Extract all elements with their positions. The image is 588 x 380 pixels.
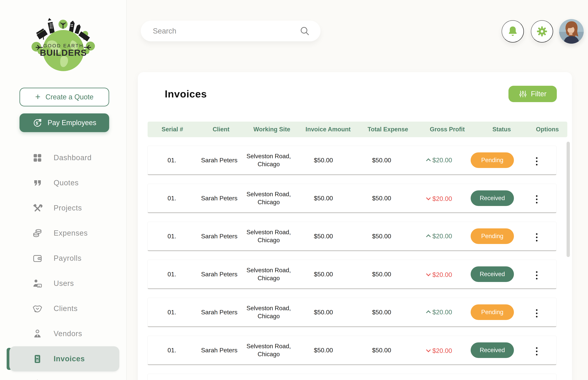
- cell-options: [517, 153, 557, 167]
- cell-serial: 01.: [148, 195, 196, 202]
- sidebar-item-label: Projects: [54, 204, 82, 212]
- cell-status: Pending: [468, 304, 517, 320]
- sidebar-item-projects[interactable]: Projects: [7, 195, 119, 221]
- site-line1: Selveston Road,: [246, 229, 291, 236]
- cell-serial: 01.: [148, 309, 196, 316]
- gross-profit-value: $20.00: [432, 232, 452, 240]
- trend-caret-icon: [426, 348, 431, 352]
- avatar-photo: [559, 19, 584, 44]
- cell-client: Sarah Peters: [196, 271, 242, 278]
- cell-client: Sarah Peters: [196, 157, 242, 164]
- status-badge[interactable]: Pending: [471, 304, 514, 320]
- quotes-icon: [32, 178, 43, 188]
- gross-profit-value: $20.00: [432, 271, 452, 279]
- sidebar-item-users[interactable]: Users: [7, 271, 119, 296]
- cell-status: Pending: [468, 152, 517, 168]
- invoice-table-body: 01. Sarah Peters Selveston Road, Chicago…: [148, 146, 556, 380]
- handshake-icon: [32, 304, 43, 314]
- bell-icon: [507, 25, 519, 38]
- col-total-expense: Total Expense: [357, 126, 418, 133]
- pay-employees-button[interactable]: $ Pay Employees: [20, 114, 109, 132]
- notifications-button[interactable]: [502, 20, 524, 42]
- cell-options: [517, 343, 557, 357]
- table-row[interactable]: 01. Sarah Peters Selveston Road, Chicago…: [148, 260, 556, 289]
- status-badge[interactable]: Received: [471, 266, 514, 282]
- sidebar-item-label: Invoices: [54, 355, 85, 363]
- status-badge[interactable]: Received: [471, 190, 514, 206]
- site-line1: Selveston Road,: [246, 305, 291, 312]
- col-gross-profit: Gross Profit: [418, 126, 476, 133]
- cell-invoice-amount: $50.00: [295, 157, 352, 164]
- settings-button[interactable]: [531, 20, 553, 42]
- cell-total-expense: $50.00: [352, 157, 411, 164]
- site-line2: Chicago: [257, 161, 280, 168]
- sidebar-item-dashboard[interactable]: Dashboard: [7, 145, 119, 170]
- cell-working-site: Selveston Road, Chicago: [242, 304, 295, 320]
- cell-status: Received: [468, 266, 517, 282]
- table-row[interactable]: 01. Sarah Peters Selveston Road, Chicago…: [148, 374, 556, 380]
- cell-invoice-amount: $50.00: [295, 347, 352, 354]
- table-scrollbar[interactable]: [567, 142, 570, 257]
- card-header: Invoices Filter: [138, 72, 572, 102]
- trend-caret-icon: [426, 196, 431, 200]
- cell-gross-profit: $20.00: [411, 194, 468, 203]
- sidebar-item-label: Expenses: [54, 229, 88, 237]
- col-client: Client: [197, 126, 245, 133]
- sidebar-item-vendors[interactable]: Vendors: [7, 321, 119, 346]
- trend-caret-icon: [426, 158, 431, 163]
- logo-earth-builders-icon: GOOD EARTH BUILDERS: [31, 15, 96, 76]
- cell-options: [517, 229, 557, 243]
- row-options-button[interactable]: [533, 231, 541, 243]
- sidebar-item-invoices[interactable]: Invoices: [7, 346, 119, 371]
- row-options-button[interactable]: [533, 307, 541, 319]
- sidebar: GOOD EARTH BUILDERS + Create a Quote $ P…: [0, 0, 127, 380]
- cell-invoice-amount: $50.00: [295, 233, 352, 240]
- table-row[interactable]: 01. Sarah Peters Selveston Road, Chicago…: [148, 222, 556, 251]
- sidebar-item-label: Payrolls: [54, 254, 81, 263]
- status-badge[interactable]: Pending: [471, 228, 514, 244]
- search-icon[interactable]: [299, 25, 310, 37]
- status-badge[interactable]: Pending: [471, 152, 514, 168]
- sidebar-item-quotes[interactable]: Quotes: [7, 170, 119, 195]
- row-options-button[interactable]: [533, 269, 541, 281]
- cell-gross-profit: $20.00: [411, 156, 468, 164]
- search-input[interactable]: [141, 27, 299, 35]
- sidebar-item-expenses[interactable]: Expenses: [7, 221, 119, 246]
- site-line2: Chicago: [257, 313, 280, 320]
- cell-status: Received: [468, 342, 517, 358]
- table-row[interactable]: 01. Sarah Peters Selveston Road, Chicago…: [148, 184, 556, 213]
- col-status: Status: [476, 126, 527, 133]
- row-options-button[interactable]: [533, 345, 541, 357]
- gross-profit-value: $20.00: [432, 156, 452, 164]
- cell-gross-profit: $20.00: [411, 346, 468, 355]
- row-options-button[interactable]: [533, 193, 541, 205]
- table-row[interactable]: 01. Sarah Peters Selveston Road, Chicago…: [148, 298, 556, 327]
- trend-caret-icon: [426, 310, 431, 315]
- gear-icon: [536, 25, 548, 38]
- user-avatar[interactable]: [559, 19, 584, 44]
- invoice-icon: [32, 354, 43, 364]
- gross-profit-value: $20.00: [432, 347, 452, 355]
- create-quote-button[interactable]: + Create a Quote: [20, 88, 109, 106]
- cell-working-site: Selveston Road, Chicago: [242, 342, 295, 358]
- cell-working-site: Selveston Road, Chicago: [242, 266, 295, 282]
- col-options: Options: [527, 126, 568, 133]
- status-badge[interactable]: Received: [471, 342, 514, 358]
- pay-dollar-arrow-icon: $: [32, 118, 42, 128]
- cell-invoice-amount: $50.00: [295, 309, 352, 316]
- site-line2: Chicago: [257, 199, 280, 206]
- row-options-button[interactable]: [533, 155, 541, 167]
- sidebar-item-balance-sheet[interactable]: Balance Sheet: [7, 371, 119, 380]
- site-line2: Chicago: [257, 351, 280, 358]
- col-working-site: Working Site: [245, 126, 299, 133]
- sidebar-item-label: Vendors: [54, 329, 82, 338]
- sidebar-item-payrolls[interactable]: Payrolls: [7, 246, 119, 271]
- col-invoice-amount: Invoice Amount: [299, 126, 357, 133]
- plus-icon: +: [35, 92, 40, 101]
- filter-button[interactable]: Filter: [509, 86, 557, 102]
- sidebar-item-clients[interactable]: Clients: [7, 296, 119, 321]
- table-row[interactable]: 01. Sarah Peters Selveston Road, Chicago…: [148, 146, 556, 175]
- search-bar[interactable]: [141, 21, 320, 41]
- table-row[interactable]: 01. Sarah Peters Selveston Road, Chicago…: [148, 336, 556, 365]
- site-line1: Selveston Road,: [246, 191, 291, 198]
